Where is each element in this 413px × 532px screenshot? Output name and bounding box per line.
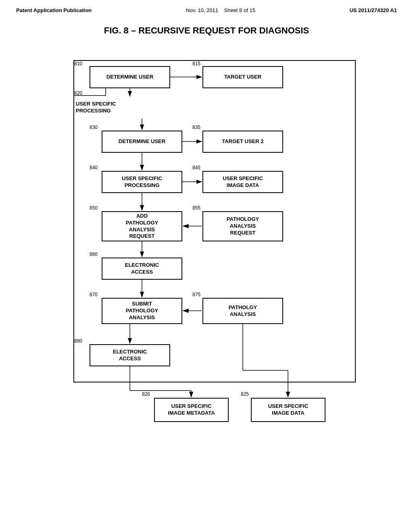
page-header: Patent Application Publication Nov. 10, … (0, 0, 413, 13)
box-determine-user-2: DETERMINE USER (102, 131, 182, 153)
label-875: 875 (192, 292, 200, 297)
diagram-area: 810 815 820 DETERMINE USER TARGET USER U… (49, 44, 364, 487)
label-825: 825 (241, 391, 249, 397)
label-870: 870 (90, 292, 98, 297)
box-electronic-access-2: ELECTRONICACCESS (90, 344, 170, 366)
label-810: 810 (74, 61, 82, 66)
box-add-pathology: ADDPATHOLOGYANALYSISREQUEST (102, 211, 182, 241)
label-855: 855 (192, 205, 200, 211)
label-845: 845 (192, 165, 200, 170)
header-left: Patent Application Publication (16, 7, 92, 13)
box-target-user-2: TARGET USER 2 (202, 131, 283, 153)
label-815: 815 (192, 61, 200, 66)
box-user-specific-img-data2: USER SPECIFICIMAGE DATA (251, 398, 325, 422)
box-electronic-access-1: ELECTRONICACCESS (102, 258, 182, 280)
box-target-user-1: TARGET USER (202, 66, 283, 88)
diagram-title: FIG. 8 – RECURSIVE REQUEST FOR DIAGNOSIS (0, 25, 413, 36)
label-840: 840 (90, 165, 98, 170)
box-submit-pathology: SUBMITPATHOLOGYANALYSIS (102, 298, 182, 324)
box-user-specific-img-data: USER SPECIFICIMAGE DATA (202, 171, 283, 193)
box-patholgy-analysis: PATHOLGYANALYSIS (202, 298, 283, 324)
header-center: Nov. 10, 2011 Sheet 8 of 15 (186, 7, 255, 13)
box-user-specific-metadata: USER SPECIFICIMAGE METADATA (154, 398, 229, 422)
box-determine-user-1: DETERMINE USER (90, 66, 170, 88)
box-user-specific-proc-1: USER SPECIFICPROCESSING (74, 96, 139, 118)
label-826: 826 (142, 391, 150, 397)
label-820: 820 (74, 90, 82, 96)
label-835: 835 (192, 125, 200, 130)
label-880: 880 (74, 338, 82, 344)
header-right: US 2011/274320 A1 (350, 7, 397, 13)
label-830: 830 (90, 125, 98, 130)
box-pathology-analysis-req: PATHOLOGYANALYSISREQUEST (202, 211, 283, 241)
label-860: 860 (90, 251, 98, 257)
label-850: 850 (90, 205, 98, 211)
box-user-specific-proc-2: USER SPECIFICPROCESSING (102, 171, 182, 193)
